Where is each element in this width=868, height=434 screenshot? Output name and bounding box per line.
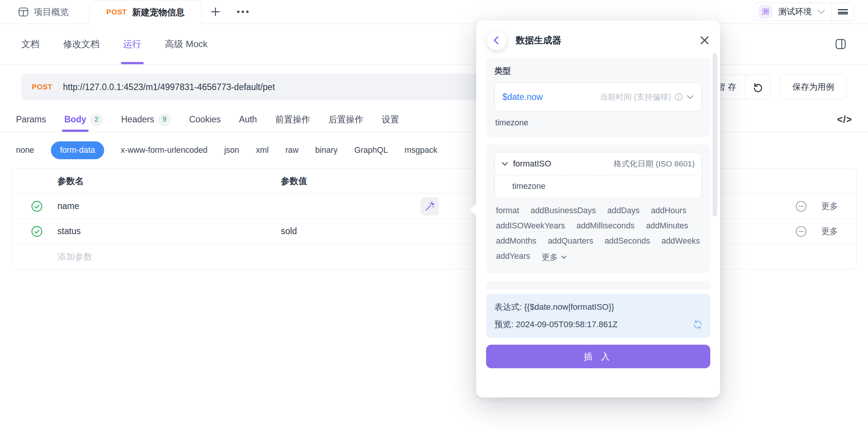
doc-nav: 文档 修改文档 运行 高级 Mock [0,24,868,65]
func-link[interactable]: addDays [607,206,640,215]
body-type-selector: none form-data x-www-form-urlencoded jso… [0,132,868,163]
body-type-json[interactable]: json [224,146,239,155]
body-type-graphql[interactable]: GraphQL [354,146,388,155]
info-icon[interactable] [675,93,683,101]
body-type-urlencoded[interactable]: x-www-form-urlencoded [121,146,207,155]
data-generator-popover: 数据生成器 类型 $date.now 当前时间 (支持偏移) timezone [476,21,720,398]
save-as-case-button[interactable]: 保存为用例 [780,74,847,100]
undo-icon [752,82,763,92]
type-param[interactable]: timezone [494,118,702,129]
row-enabled-checkbox[interactable] [12,225,57,238]
refresh-preview-button[interactable] [693,320,703,329]
table-row: name 更多 [12,194,856,219]
environment-selector: 测 测试环境 [754,3,854,21]
dynamic-value-button[interactable] [421,197,439,215]
func-link[interactable]: addQuarters [548,236,593,246]
add-param-row[interactable]: 添加参数 [12,244,856,269]
body-type-raw[interactable]: raw [285,146,299,155]
func-link[interactable]: addBusinessDays [531,206,596,215]
tab-body[interactable]: Body 2 [64,107,103,132]
preview-value: 2024-09-05T09:58:17.861Z [516,320,618,329]
method-label: POST [32,83,52,91]
type-label: 类型 [494,65,702,76]
chevron-down-icon [686,95,694,100]
params-table: 参数名 参数值 name 更多 [11,168,857,269]
popover-title: 数据生成器 [516,34,561,46]
func-link[interactable]: addMilliseconds [577,221,635,231]
body-type-xml[interactable]: xml [256,146,269,155]
column-header-name: 参数名 [57,175,270,187]
tab-params[interactable]: Params [16,107,46,132]
preview-label: 预览: [494,320,513,329]
expression-value: {{$date.now|formatISO}} [524,302,614,312]
chevron-down-icon [502,162,508,166]
type-select[interactable]: $date.now 当前时间 (支持偏移) [494,82,702,111]
tab-cookies[interactable]: Cookies [189,107,221,132]
headers-count-badge: 9 [158,113,171,126]
add-tab-button[interactable] [202,0,229,24]
more-tabs-button[interactable] [229,0,257,24]
menu-button[interactable] [832,9,854,14]
code-view-icon[interactable]: </> [837,114,852,125]
request-url-row: POST http://127.0.0.1:4523/m1/4997831-46… [0,74,868,101]
func-link[interactable]: addMonths [496,236,536,246]
remove-row-button[interactable] [788,200,814,212]
row-more-button[interactable]: 更多 [814,226,856,237]
next-section-peek [486,281,710,290]
body-type-msgpack[interactable]: msgpack [405,146,437,155]
body-type-none[interactable]: none [16,146,34,155]
function-param[interactable]: timezone [495,175,702,198]
close-button[interactable] [700,35,710,45]
row-more-button[interactable]: 更多 [814,201,856,212]
chevron-down-icon [817,9,825,14]
tab-settings[interactable]: 设置 [382,107,399,132]
func-link[interactable]: addHours [651,206,686,215]
request-tabs: Params Body 2 Headers 9 Cookies Auth 前置操… [0,107,868,132]
reset-button[interactable] [746,75,770,99]
popover-scrollbar[interactable] [713,53,717,217]
remove-row-button[interactable] [788,225,814,238]
nav-advanced-mock[interactable]: 高级 Mock [165,24,207,64]
function-name: formatISO [513,159,551,169]
body-type-binary[interactable]: binary [315,146,338,155]
func-link[interactable]: addYears [496,252,530,263]
expression-preview-box: 表达式: {{$date.now|formatISO}} 预览: 2024-09… [486,294,710,338]
func-link[interactable]: format [496,206,519,215]
tab-label: 项目概览 [34,6,69,18]
body-type-form-data[interactable]: form-data [51,141,104,159]
expression-label: 表达式: [494,302,522,312]
row-enabled-checkbox[interactable] [12,200,57,212]
body-count-badge: 2 [90,113,103,126]
function-card: formatISO 格式化日期 (ISO 8601) timezone [494,152,702,198]
environment-label: 测试环境 [778,6,812,17]
function-links: format addBusinessDays addDays addHours … [494,198,702,266]
nav-edit-docs[interactable]: 修改文档 [63,24,100,64]
url-input[interactable]: http://127.0.0.1:4523/m1/4997831-4656773… [63,82,275,92]
environment-dropdown[interactable]: 测 测试环境 [754,5,832,19]
split-panel-button[interactable] [835,38,847,50]
param-name-input[interactable]: name [57,201,270,211]
nav-docs[interactable]: 文档 [21,24,40,64]
param-name-input[interactable]: status [57,226,270,236]
nav-run[interactable]: 运行 [123,24,141,64]
tab-auth[interactable]: Auth [239,107,257,132]
hamburger-icon [838,9,848,14]
tab-headers[interactable]: Headers 9 [121,107,171,132]
func-link[interactable]: addSeconds [605,236,650,246]
tab-post-operations[interactable]: 后置操作 [328,107,363,132]
more-functions-button[interactable]: 更多 [542,252,567,263]
func-link[interactable]: addWeeks [661,236,700,246]
func-link[interactable]: addMinutes [646,221,688,231]
insert-button[interactable]: 插 入 [486,345,710,368]
tab-request-active[interactable]: POST 新建宠物信息 [89,0,202,24]
function-description: 格式化日期 (ISO 8601) [613,158,695,169]
tab-project-overview[interactable]: 项目概览 [0,0,89,24]
func-link[interactable]: addISOWeekYears [496,221,565,231]
tab-pre-operations[interactable]: 前置操作 [275,107,310,132]
project-overview-icon [18,7,29,17]
function-header[interactable]: formatISO 格式化日期 (ISO 8601) [495,152,702,175]
top-tab-bar: 项目概览 POST 新建宠物信息 测 测试环境 [0,0,868,24]
function-section: formatISO 格式化日期 (ISO 8601) timezone form… [486,144,710,273]
back-button[interactable] [487,30,507,50]
method-badge: POST [106,8,127,16]
